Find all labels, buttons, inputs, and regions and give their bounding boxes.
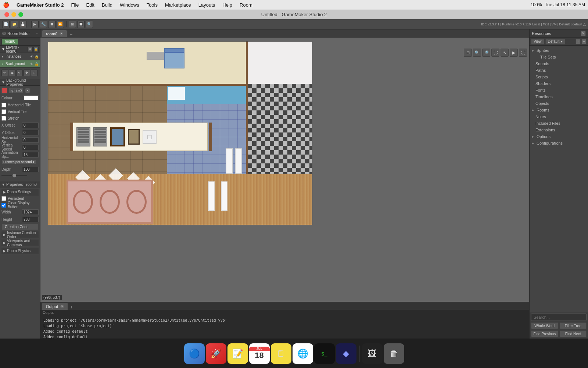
depth-input[interactable]: [22, 167, 39, 172]
res-sounds[interactable]: Sounds: [530, 60, 587, 67]
view-dropdown[interactable]: Default ▾: [545, 39, 566, 45]
room-props-header[interactable]: ▼ Properties - room0: [0, 181, 40, 188]
canvas-zoom-in[interactable]: 🔎: [482, 49, 490, 57]
res-included-files[interactable]: Included Files: [530, 120, 587, 127]
layer-background-lock[interactable]: 🔒: [35, 62, 39, 66]
debug-button[interactable]: 🔧: [40, 21, 47, 28]
layers-eye[interactable]: 👁: [28, 47, 33, 52]
x-offset-input[interactable]: [22, 123, 39, 128]
output-tab-close[interactable]: ✕: [60, 305, 64, 308]
room-physics-header[interactable]: ▶ Room Physics: [1, 248, 39, 254]
res-options[interactable]: ▶ Options: [530, 133, 587, 140]
dock-stickies[interactable]: 📝: [227, 343, 248, 364]
horiz-tile-check[interactable]: [1, 103, 6, 107]
res-configurations[interactable]: ▶ Configurations: [530, 140, 587, 146]
y-offset-input[interactable]: [22, 130, 39, 135]
res-notes[interactable]: Notes: [530, 113, 587, 120]
view-button[interactable]: View: [531, 39, 544, 45]
anim-speed-input[interactable]: [22, 152, 39, 158]
minimize-button[interactable]: [11, 12, 16, 17]
step-button[interactable]: ⏩: [57, 21, 64, 28]
depth-slider[interactable]: [1, 175, 27, 176]
colour-swatch[interactable]: [24, 95, 39, 100]
dock-terminal[interactable]: $_: [314, 343, 335, 364]
search-input[interactable]: [531, 314, 587, 321]
layer-background-eye[interactable]: 👁: [30, 62, 33, 66]
tool-fill[interactable]: ◉: [9, 70, 15, 76]
menu-tools[interactable]: Tools: [144, 1, 161, 8]
room-editor-add[interactable]: +: [36, 32, 38, 35]
res-paths[interactable]: Paths: [530, 67, 587, 74]
room0-tab[interactable]: room0: [1, 38, 18, 45]
whole-word-button[interactable]: Whole Word: [531, 322, 558, 329]
res-sprites[interactable]: ▶ Sprites: [530, 47, 587, 54]
height-input[interactable]: [22, 217, 39, 222]
dock-gamemaker[interactable]: ◆: [336, 343, 356, 364]
v-speed-input[interactable]: [22, 145, 39, 150]
res-shaders[interactable]: Shaders: [530, 80, 587, 87]
persistent-check[interactable]: [1, 196, 6, 201]
bg-props-header[interactable]: ▼ Background Properties: [0, 79, 40, 86]
sprite-clear[interactable]: ✕: [25, 88, 30, 93]
open-button[interactable]: 📁: [11, 21, 18, 28]
layers-dropdown-arrow[interactable]: ▼: [1, 47, 5, 51]
fps-dropdown[interactable]: Frames per second ▾: [1, 159, 36, 164]
res-objects[interactable]: Objects: [530, 100, 587, 107]
room-settings-header[interactable]: ▶ Room Settings: [1, 189, 39, 195]
play-button[interactable]: ▶: [31, 21, 39, 28]
dock-notes[interactable]: 🗒: [271, 343, 291, 364]
layer-background[interactable]: ● Background 👁 🔒: [0, 60, 40, 68]
zoom-in-button[interactable]: 🔍: [86, 21, 93, 28]
canvas-zoom-out[interactable]: 🔍: [473, 49, 481, 57]
filter-tree-button[interactable]: Filter Tree: [560, 322, 587, 329]
res-fonts[interactable]: Fonts: [530, 87, 587, 93]
resources-close-button[interactable]: ✕: [581, 31, 586, 36]
vert-tile-check[interactable]: [1, 109, 6, 114]
viewports-header[interactable]: ▶ Viewports and Cameras: [1, 240, 39, 246]
canvas-tab-close[interactable]: ✕: [60, 32, 63, 36]
menu-file[interactable]: File: [68, 1, 82, 8]
dock-finder[interactable]: 🔵: [184, 343, 205, 364]
output-tab[interactable]: Output ✕: [42, 302, 68, 310]
menu-edit[interactable]: Edit: [83, 1, 97, 8]
dock-trash[interactable]: 🗑: [384, 343, 404, 364]
dock-chrome[interactable]: 🌐: [293, 343, 313, 364]
find-previous-button[interactable]: Find Previous: [531, 330, 558, 337]
dock-calendar[interactable]: JUL 18: [249, 343, 270, 364]
res-scripts[interactable]: Scripts: [530, 74, 587, 80]
snap-button[interactable]: 🔲: [77, 21, 85, 28]
output-content[interactable]: Loading project '/Users/poraweeraksasin/…: [40, 316, 529, 339]
menu-build[interactable]: Build: [99, 1, 115, 8]
apple-menu[interactable]: 🍎: [3, 2, 9, 8]
dock-launchpad[interactable]: 🚀: [206, 343, 226, 364]
maximize-button[interactable]: [18, 12, 23, 17]
menu-windows[interactable]: Windows: [117, 1, 142, 8]
res-tilesets[interactable]: Tile Sets: [530, 54, 587, 60]
layer-instances[interactable]: ● Instances 👁 🔒: [0, 53, 40, 60]
menu-room[interactable]: Room: [237, 1, 255, 8]
layer-instances-eye[interactable]: 👁: [30, 55, 33, 59]
collapse-all-button[interactable]: -: [576, 39, 581, 44]
output-tab-add[interactable]: +: [68, 305, 75, 310]
canvas-viewport[interactable]: ⊞ 🔍 🔎 ⛶ ⤡ ▶ ⛶: [40, 38, 529, 302]
stretch-check[interactable]: [1, 116, 6, 121]
stop-button[interactable]: ⏹: [48, 21, 55, 28]
canvas-fit[interactable]: ⛶: [491, 49, 499, 57]
res-timelines[interactable]: Timelines: [530, 93, 587, 100]
menu-layouts[interactable]: Layouts: [196, 1, 218, 8]
tool-move[interactable]: ✥: [24, 70, 30, 76]
res-extensions[interactable]: Extensions: [530, 127, 587, 133]
canvas-grid-toggle[interactable]: ⊞: [464, 49, 472, 57]
menu-help[interactable]: Help: [219, 1, 235, 8]
canvas-snap[interactable]: ⤡: [501, 49, 509, 57]
tool-pencil[interactable]: ✏: [1, 70, 8, 76]
clear-display-check[interactable]: [1, 203, 6, 208]
instance-order-header[interactable]: ▶ Instance Creation Order: [1, 231, 39, 238]
sprite-dropdown[interactable]: sprite0: [9, 88, 24, 93]
room-editor-close[interactable]: ✕: [2, 32, 6, 35]
creation-code-button[interactable]: Creation Code: [1, 223, 39, 230]
canvas-fullscreen[interactable]: ⛶: [519, 49, 527, 57]
close-button[interactable]: [4, 12, 9, 17]
canvas-tab-room0[interactable]: room0 ✕: [42, 30, 67, 37]
h-speed-input[interactable]: [22, 137, 39, 143]
